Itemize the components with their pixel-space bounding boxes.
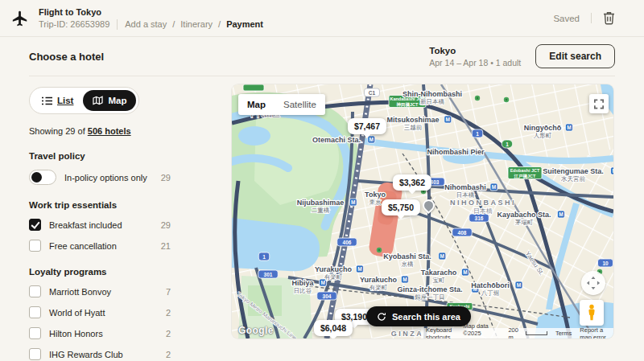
filter-row-hilton: Hilton Honors 2: [29, 327, 171, 339]
svg-text:1: 1: [476, 131, 479, 137]
hyatt-checkbox[interactable]: [29, 306, 41, 318]
map-type-map-button[interactable]: Map: [238, 94, 275, 115]
svg-text:GINZA: GINZA: [391, 330, 424, 338]
svg-text:NIHONBASHI: NIHONBASHI: [450, 199, 516, 207]
results-count-link[interactable]: 506 hotels: [88, 126, 131, 136]
delete-trip-button[interactable]: [603, 11, 615, 25]
svg-text:有楽町: 有楽町: [324, 273, 343, 281]
svg-text:日本橋: 日本橋: [456, 191, 475, 199]
top-header: Flight to Tokyo Trip-ID: 26653989 Add a …: [0, 0, 644, 37]
breakfast-checkbox[interactable]: [29, 219, 41, 231]
in-policy-toggle[interactable]: [29, 170, 56, 185]
trip-summary: Flight to Tokyo Trip-ID: 26653989 Add a …: [11, 7, 263, 30]
svg-text:1: 1: [262, 254, 266, 260]
breadcrumb-add-a-stay[interactable]: Add a stay: [125, 19, 167, 29]
road-shield: C1: [365, 88, 380, 96]
search-destination: Tokyo: [429, 46, 521, 55]
hotel-price-marker[interactable]: $3,362: [393, 174, 431, 191]
road-shield: 406: [337, 238, 357, 246]
google-logo[interactable]: Google: [238, 325, 274, 336]
map-view-button[interactable]: Map: [83, 90, 136, 111]
svg-text:三越前: 三越前: [404, 124, 423, 131]
hotel-search-page: Flight to Tokyo Trip-ID: 26653989 Add a …: [0, 0, 644, 361]
svg-text:銀座一丁目: 銀座一丁目: [415, 293, 445, 301]
svg-text:Ningyōchō: Ningyōchō: [524, 124, 562, 132]
svg-text:M: M: [517, 282, 521, 288]
filter-label: Hilton Honors: [49, 329, 103, 338]
map-icon: [93, 96, 103, 105]
svg-text:Mitsukoshimae: Mitsukoshimae: [386, 116, 439, 124]
view-toggle: List Map: [29, 87, 139, 114]
svg-text:水天宮前: 水天宮前: [560, 175, 586, 183]
road-shield: 316: [469, 214, 489, 222]
travel-policy-title: Travel policy: [29, 151, 171, 161]
trash-icon: [603, 11, 615, 25]
street-view-pegman[interactable]: [580, 300, 604, 326]
filter-count: 2: [166, 350, 171, 359]
svg-text:八丁堀: 八丁堀: [481, 289, 500, 297]
svg-text:Shin-Nihombashi: Shin-Nihombashi: [402, 90, 462, 98]
jct-badge: [243, 84, 264, 91]
breadcrumb-itinerary[interactable]: Itinerary: [180, 19, 213, 29]
hotel-price-marker[interactable]: $7,467: [348, 118, 386, 134]
svg-text:M: M: [320, 280, 324, 285]
svg-text:Kyobashi Sta.: Kyobashi Sta.: [383, 252, 431, 260]
hilton-checkbox[interactable]: [29, 327, 41, 339]
svg-text:M: M: [463, 269, 467, 275]
svg-text:神田橋JCT: 神田橋JCT: [396, 102, 419, 108]
map-canvas[interactable]: Kandabashi JCT神田橋JCTEdobashi JCT江戸橋JCTKy…: [232, 84, 613, 338]
search-dates: Apr 14 – Apr 18 • 1 adult: [429, 58, 521, 68]
filter-count: 2: [166, 308, 171, 318]
svg-text:M: M: [351, 199, 355, 205]
saved-status: Saved: [553, 14, 580, 23]
road-shield: 1: [472, 129, 483, 137]
road-shield: 304: [317, 292, 337, 300]
map-type-satellite-button[interactable]: Satellite: [275, 94, 325, 115]
filter-count: 29: [161, 220, 171, 230]
svg-text:M: M: [402, 277, 407, 282]
search-summary-bar: Choose a hotel Tokyo Apr 14 – Apr 18 • 1…: [29, 37, 615, 76]
map-attribution: Keyboard shortcuts Map data ©2025 Google…: [421, 328, 613, 338]
hotel-price-marker[interactable]: $5,750: [382, 199, 420, 215]
svg-text:Ginza-itchome Sta.: Ginza-itchome Sta.: [397, 285, 462, 293]
svg-text:Kayabacho Sta.: Kayabacho Sta.: [497, 211, 551, 219]
road-shield: 10: [598, 259, 613, 267]
keyboard-shortcuts-link[interactable]: Keyboard shortcuts: [426, 326, 455, 339]
svg-text:茅場町: 茅場町: [515, 219, 534, 226]
filter-row-breakfast: Breakfast included 29: [29, 219, 171, 231]
breadcrumb-payment[interactable]: Payment: [226, 19, 263, 29]
trip-title: Flight to Tokyo: [39, 7, 263, 17]
filter-label: IHG Rewards Club: [49, 350, 123, 359]
airplane-icon: [11, 10, 29, 27]
filter-row-hyatt: World of Hyatt 2: [29, 306, 171, 318]
edit-search-button[interactable]: Edit search: [535, 44, 615, 68]
map[interactable]: Kandabashi JCT神田橋JCTEdobashi JCT江戸橋JCTKy…: [232, 84, 613, 338]
tree-poi-icon: [504, 97, 509, 102]
svg-text:Tokyo: Tokyo: [365, 191, 386, 199]
svg-text:日比谷: 日比谷: [294, 287, 312, 294]
report-map-error-link[interactable]: Report a map error: [580, 326, 609, 339]
ihg-checkbox[interactable]: [29, 348, 41, 360]
free-cancellation-checkbox[interactable]: [29, 240, 41, 252]
svg-text:406: 406: [343, 240, 352, 245]
svg-text:宝町: 宝町: [433, 277, 446, 284]
svg-text:Nijubashimae: Nijubashimae: [297, 199, 345, 207]
refresh-icon: [377, 312, 386, 322]
svg-text:304: 304: [323, 293, 332, 299]
fullscreen-button[interactable]: [589, 94, 609, 113]
svg-text:Nihombashi: Nihombashi: [444, 183, 486, 191]
filter-count: 7: [166, 287, 171, 297]
list-view-button[interactable]: List: [32, 90, 83, 111]
svg-text:316: 316: [475, 215, 484, 221]
svg-text:Takaracho: Takaracho: [421, 269, 457, 277]
svg-text:Hibiya: Hibiya: [291, 279, 314, 287]
jct-badge: Edobashi JCT江戸橋JCT: [508, 167, 542, 179]
terms-link[interactable]: Terms: [555, 330, 572, 337]
scale-bar: [526, 331, 547, 335]
search-this-area-button[interactable]: Search this area: [366, 306, 471, 326]
pan-control[interactable]: [581, 271, 605, 295]
svg-text:1: 1: [506, 142, 509, 147]
marriott-checkbox[interactable]: [29, 285, 41, 297]
hotel-price-marker[interactable]: $6,048: [314, 320, 353, 336]
svg-text:新日本橋: 新日本橋: [420, 98, 445, 105]
